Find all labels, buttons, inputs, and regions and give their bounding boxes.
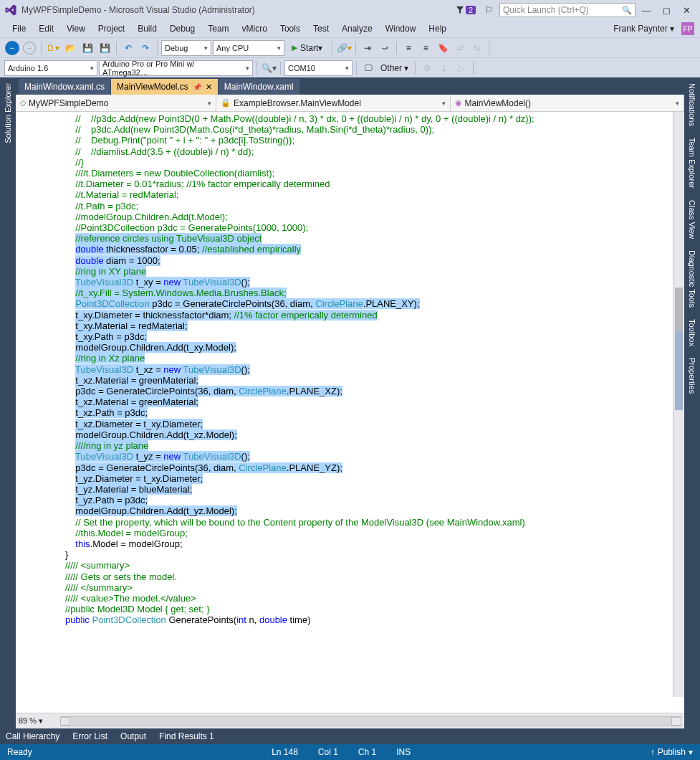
properties-tab[interactable]: Properties bbox=[686, 352, 698, 399]
menu-project[interactable]: Project bbox=[92, 24, 131, 34]
search-icon[interactable]: 🔍▾ bbox=[261, 60, 277, 76]
tab-mainwindow-xaml-cs[interactable]: MainWindow.xaml.cs bbox=[19, 79, 110, 95]
menu-analyze[interactable]: Analyze bbox=[335, 24, 379, 34]
error-list-tab[interactable]: Error List bbox=[72, 731, 107, 741]
notifications-badge[interactable]: 2 bbox=[456, 6, 476, 14]
editor-footer: 89 % ▾ bbox=[16, 713, 684, 728]
upload-icon[interactable]: ⤓ bbox=[436, 60, 452, 76]
port-select[interactable]: COM10 bbox=[284, 60, 353, 76]
status-ch: Ch 1 bbox=[358, 747, 376, 757]
platform-select[interactable]: Any CPU bbox=[213, 40, 284, 56]
nav-back-button[interactable]: ← bbox=[4, 40, 20, 56]
nav-forward-button[interactable]: → bbox=[21, 40, 37, 56]
tab-mainwindow-xaml[interactable]: MainWindow.xaml bbox=[219, 79, 299, 95]
serial-monitor-icon[interactable]: 🖵 bbox=[360, 60, 376, 76]
save-all-button[interactable]: 💾 bbox=[97, 40, 112, 56]
new-project-button[interactable]: 🗋▾ bbox=[45, 40, 61, 56]
board-select[interactable]: Arduino Pro or Pro Mini w/ ATmega32… bbox=[99, 60, 253, 76]
zoom-select[interactable]: 89 % ▾ bbox=[19, 716, 54, 726]
arduino-ide-select[interactable]: Arduino 1.6 bbox=[4, 60, 97, 76]
notifications-tab[interactable]: Notifications bbox=[686, 77, 698, 132]
minimize-button[interactable]: — bbox=[637, 5, 656, 16]
user-avatar[interactable]: FP bbox=[681, 22, 694, 35]
status-line: Ln 148 bbox=[272, 747, 298, 757]
main-area: Solution Explorer MainWindow.xaml.cs Mai… bbox=[0, 77, 700, 728]
menu-bar: File Edit View Project Build Debug Team … bbox=[0, 20, 700, 37]
menu-debug[interactable]: Debug bbox=[163, 24, 201, 34]
save-button[interactable]: 💾 bbox=[80, 40, 95, 56]
menu-team[interactable]: Team bbox=[201, 24, 235, 34]
step-over-icon[interactable]: ⤻ bbox=[377, 40, 393, 56]
team-explorer-tab[interactable]: Team Explorer bbox=[686, 132, 698, 194]
gear-icon[interactable]: ⚙ bbox=[419, 60, 435, 76]
vertical-scrollbar[interactable] bbox=[673, 112, 684, 697]
undo-button[interactable]: ↶ bbox=[120, 40, 136, 56]
indent-left-icon[interactable]: ≡ bbox=[401, 40, 416, 56]
menu-test[interactable]: Test bbox=[307, 24, 335, 34]
menu-file[interactable]: File bbox=[6, 24, 32, 34]
bookmark-icon[interactable]: 🔖 bbox=[435, 40, 451, 56]
horizontal-scrollbar[interactable] bbox=[60, 716, 681, 726]
diagnostic-tools-tab[interactable]: Diagnostic Tools bbox=[686, 244, 698, 313]
close-icon[interactable]: ✕ bbox=[206, 82, 212, 92]
step-into-icon[interactable]: ⇥ bbox=[360, 40, 375, 56]
left-tool-rail: Solution Explorer bbox=[0, 77, 16, 728]
redo-button[interactable]: ↷ bbox=[138, 40, 153, 56]
status-ready: Ready bbox=[7, 747, 32, 757]
right-tool-rail: Notifications Team Explorer Class View D… bbox=[684, 77, 700, 728]
menu-vmicro[interactable]: vMicro bbox=[236, 24, 274, 34]
comment-icon[interactable]: ⇄ bbox=[452, 40, 468, 56]
call-hierarchy-tab[interactable]: Call Hierarchy bbox=[6, 731, 59, 741]
config-select[interactable]: Debug bbox=[161, 40, 211, 56]
bottom-tool-tabs: Call Hierarchy Error List Output Find Re… bbox=[0, 728, 700, 744]
menu-window[interactable]: Window bbox=[379, 24, 423, 34]
pin-icon[interactable]: 📌 bbox=[193, 83, 201, 91]
title-bar: MyWPFSimpleDemo - Microsoft Visual Studi… bbox=[0, 0, 700, 20]
toolbox-tab[interactable]: Toolbox bbox=[686, 313, 698, 352]
code-editor[interactable]: // //p3dc.Add(new Point3D(0 + Math.Pow((… bbox=[16, 112, 684, 713]
filter-icon bbox=[456, 6, 464, 14]
signed-in-user[interactable]: Frank Paynter ▾ bbox=[613, 24, 679, 34]
status-ins: INS bbox=[396, 747, 411, 757]
menu-view[interactable]: View bbox=[60, 24, 92, 34]
open-file-button[interactable]: 📂 bbox=[62, 40, 78, 56]
maximize-button[interactable]: ◻ bbox=[657, 5, 676, 16]
menu-build[interactable]: Build bbox=[131, 24, 163, 34]
menu-tools[interactable]: Tools bbox=[274, 24, 307, 34]
find-results-tab[interactable]: Find Results 1 bbox=[159, 731, 214, 741]
standard-toolbar: ← → 🗋▾ 📂 💾 💾 ↶ ↷ Debug Any CPU ▶Start ▾ … bbox=[0, 37, 700, 57]
document-tabs: MainWindow.xaml.cs MainViewModel.cs📌✕ Ma… bbox=[16, 77, 684, 95]
other-menu[interactable]: Other ▾ bbox=[378, 63, 411, 73]
output-tab[interactable]: Output bbox=[120, 731, 146, 741]
start-debug-button[interactable]: ▶Start ▾ bbox=[286, 43, 328, 53]
quick-launch-input[interactable]: Quick Launch (Ctrl+Q) bbox=[499, 3, 636, 17]
menu-help[interactable]: Help bbox=[422, 24, 453, 34]
solution-explorer-tab[interactable]: Solution Explorer bbox=[2, 77, 14, 149]
play-icon[interactable]: ▷ bbox=[454, 60, 469, 76]
close-button[interactable]: ✕ bbox=[677, 5, 696, 16]
tab-mainviewmodel-cs[interactable]: MainViewModel.cs📌✕ bbox=[111, 79, 218, 95]
class-combo[interactable]: 🔒ExampleBrowser.MainViewModel bbox=[216, 95, 451, 111]
vmicro-toolbar: Arduino 1.6 Arduino Pro or Pro Mini w/ A… bbox=[0, 57, 700, 77]
browser-link-button[interactable]: 🔗▾ bbox=[336, 40, 352, 56]
publish-button[interactable]: ↑ Publish ▾ bbox=[651, 747, 693, 757]
window-title: MyWPFSimpleDemo - Microsoft Visual Studi… bbox=[21, 5, 255, 15]
feedback-icon[interactable]: ⚐ bbox=[484, 4, 494, 16]
indent-right-icon[interactable]: ≡ bbox=[418, 40, 433, 56]
status-bar: Ready Ln 148 Col 1 Ch 1 INS ↑ Publish ▾ bbox=[0, 744, 700, 760]
navigation-bar: ◇MyWPFSimpleDemo 🔒ExampleBrowser.MainVie… bbox=[16, 95, 684, 112]
vs-logo-icon bbox=[4, 4, 17, 16]
menu-edit[interactable]: Edit bbox=[32, 24, 60, 34]
project-combo[interactable]: ◇MyWPFSimpleDemo bbox=[16, 95, 216, 111]
editor-zone: MainWindow.xaml.cs MainViewModel.cs📌✕ Ma… bbox=[16, 77, 684, 728]
uncomment-icon[interactable]: ⇆ bbox=[469, 40, 485, 56]
class-view-tab[interactable]: Class View bbox=[686, 194, 698, 244]
status-col: Col 1 bbox=[318, 747, 338, 757]
member-combo[interactable]: ◉MainViewModel() bbox=[451, 95, 685, 111]
